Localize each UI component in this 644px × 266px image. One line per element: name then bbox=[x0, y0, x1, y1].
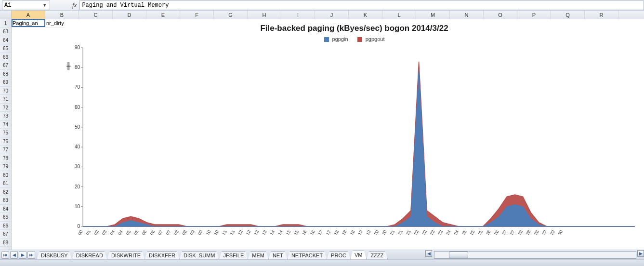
sheet-tab[interactable]: DISKREAD bbox=[72, 251, 107, 259]
row-header[interactable]: 74 bbox=[0, 120, 11, 129]
hscroll-track[interactable] bbox=[434, 251, 636, 259]
hscroll-right-icon[interactable]: ▶ bbox=[637, 250, 644, 257]
column-header[interactable]: I bbox=[281, 11, 315, 19]
row-header[interactable]: 72 bbox=[0, 104, 11, 112]
sheet-tab[interactable]: DISKXFER bbox=[145, 251, 180, 259]
column-header[interactable]: A bbox=[12, 11, 45, 19]
sheet-nav-first-icon[interactable]: ⏮ bbox=[1, 251, 9, 259]
sheet-tab[interactable]: NET bbox=[268, 251, 288, 259]
chart-legend: pgpgin pgpgout bbox=[65, 36, 644, 42]
sheet-tab[interactable]: NETPACKET bbox=[287, 251, 327, 259]
svg-text:14: 14 bbox=[269, 229, 276, 236]
svg-text:27: 27 bbox=[501, 229, 508, 236]
sheet-tab[interactable]: ZZZZ bbox=[366, 251, 388, 259]
cell[interactable]: Paging_an bbox=[12, 19, 45, 27]
embedded-chart[interactable]: ╫ File-backed paging (kByes/sec) bogon 2… bbox=[65, 20, 644, 250]
row-header[interactable]: 88 bbox=[0, 239, 11, 247]
row-header[interactable]: 87 bbox=[0, 230, 11, 239]
select-all-corner[interactable] bbox=[0, 11, 12, 19]
row-header[interactable]: 77 bbox=[0, 146, 11, 154]
sheet-nav-prev-icon[interactable]: ◀ bbox=[10, 251, 18, 259]
sheet-tab[interactable]: DISK_SUMM bbox=[179, 251, 219, 259]
sheet-tab[interactable]: JFSFILE bbox=[219, 251, 248, 259]
sheet-tab[interactable]: VM bbox=[350, 251, 367, 259]
svg-text:17: 17 bbox=[317, 229, 324, 236]
row-header[interactable]: 78 bbox=[0, 154, 11, 163]
svg-text:60: 60 bbox=[75, 105, 80, 110]
row-header[interactable]: 70 bbox=[0, 87, 11, 95]
row-header[interactable]: 1 bbox=[0, 19, 11, 27]
row-header[interactable]: 83 bbox=[0, 196, 11, 205]
name-box[interactable]: A1 ▾ bbox=[2, 0, 50, 10]
column-header[interactable]: E bbox=[146, 11, 180, 19]
sheet-tab[interactable]: DISKWRITE bbox=[107, 251, 145, 259]
row-header[interactable]: 66 bbox=[0, 53, 11, 62]
cells-area[interactable]: Paging_annr_dirtynr_writebnr_unstabnr_pa… bbox=[12, 19, 644, 250]
row-header[interactable]: 81 bbox=[0, 179, 11, 188]
column-header[interactable]: K bbox=[349, 11, 382, 19]
row-header[interactable]: 80 bbox=[0, 171, 11, 180]
svg-text:30: 30 bbox=[557, 229, 564, 236]
column-header[interactable]: R bbox=[585, 11, 618, 19]
sheet-tab[interactable]: MEM bbox=[248, 251, 269, 259]
row-header[interactable]: 67 bbox=[0, 61, 11, 70]
svg-text:04: 04 bbox=[109, 229, 116, 236]
row-header[interactable]: 82 bbox=[0, 188, 11, 197]
hscroll-left-icon[interactable]: ◀ bbox=[425, 250, 432, 257]
hscroll-thumb[interactable] bbox=[449, 252, 468, 258]
row-header[interactable]: 68 bbox=[0, 70, 11, 79]
row-header[interactable]: 86 bbox=[0, 222, 11, 230]
column-header[interactable]: N bbox=[450, 11, 484, 19]
row-header[interactable]: 65 bbox=[0, 44, 11, 53]
column-header[interactable]: F bbox=[180, 11, 214, 19]
svg-text:21: 21 bbox=[397, 229, 404, 236]
row-headers: 1636465666768697071727374757677787980818… bbox=[0, 19, 12, 250]
svg-text:11: 11 bbox=[229, 229, 236, 236]
row-header[interactable]: 76 bbox=[0, 137, 11, 146]
svg-text:29: 29 bbox=[541, 229, 548, 236]
row-header[interactable]: 73 bbox=[0, 112, 11, 120]
name-box-text: A1 bbox=[4, 2, 42, 9]
svg-text:20: 20 bbox=[75, 184, 80, 189]
column-header[interactable]: P bbox=[517, 11, 551, 19]
chart-plot-area: 0102030405060708090000102030404050506060… bbox=[66, 45, 640, 240]
sheet-tab[interactable]: PROC bbox=[327, 251, 351, 259]
column-header[interactable]: J bbox=[315, 11, 349, 19]
row-header[interactable]: 79 bbox=[0, 162, 11, 171]
row-header[interactable]: 69 bbox=[0, 78, 11, 87]
fx-icon[interactable]: fx bbox=[72, 1, 77, 9]
column-header[interactable]: H bbox=[248, 11, 281, 19]
row-header[interactable]: 75 bbox=[0, 129, 11, 137]
sheet-tab[interactable]: DISKBUSY bbox=[37, 251, 72, 259]
svg-text:28: 28 bbox=[517, 229, 524, 236]
svg-text:28: 28 bbox=[525, 229, 532, 236]
sheet-nav-last-icon[interactable]: ⏭ bbox=[27, 251, 35, 259]
column-header[interactable]: M bbox=[416, 11, 450, 19]
svg-text:07: 07 bbox=[165, 229, 172, 236]
formula-bar: A1 ▾ fx bbox=[0, 0, 644, 11]
column-header[interactable]: L bbox=[382, 11, 416, 19]
svg-text:07: 07 bbox=[157, 229, 164, 236]
column-header[interactable]: O bbox=[484, 11, 517, 19]
sheet-tab-bar: ⏮ ◀ ▶ ⏭ DISKBUSYDISKREADDISKWRITEDISKXFE… bbox=[0, 250, 644, 259]
sheet-nav-next-icon[interactable]: ▶ bbox=[19, 251, 26, 259]
column-header[interactable]: G bbox=[214, 11, 248, 19]
svg-text:24: 24 bbox=[445, 229, 452, 236]
svg-text:22: 22 bbox=[413, 229, 420, 236]
svg-text:16: 16 bbox=[301, 229, 308, 236]
row-header[interactable]: 85 bbox=[0, 213, 11, 222]
svg-text:09: 09 bbox=[197, 229, 204, 236]
row-header[interactable]: 63 bbox=[0, 27, 11, 36]
column-header[interactable]: Q bbox=[551, 11, 585, 19]
column-header[interactable]: D bbox=[113, 11, 146, 19]
column-header[interactable]: C bbox=[79, 11, 113, 19]
svg-text:13: 13 bbox=[253, 229, 260, 236]
name-box-dropdown-icon[interactable]: ▾ bbox=[42, 2, 48, 8]
column-header[interactable]: B bbox=[45, 11, 79, 19]
svg-text:18: 18 bbox=[333, 229, 340, 236]
row-header[interactable]: 64 bbox=[0, 36, 11, 45]
row-header[interactable]: 84 bbox=[0, 205, 11, 213]
svg-text:90: 90 bbox=[75, 45, 80, 50]
formula-input[interactable] bbox=[79, 0, 644, 10]
row-header[interactable]: 71 bbox=[0, 95, 11, 104]
